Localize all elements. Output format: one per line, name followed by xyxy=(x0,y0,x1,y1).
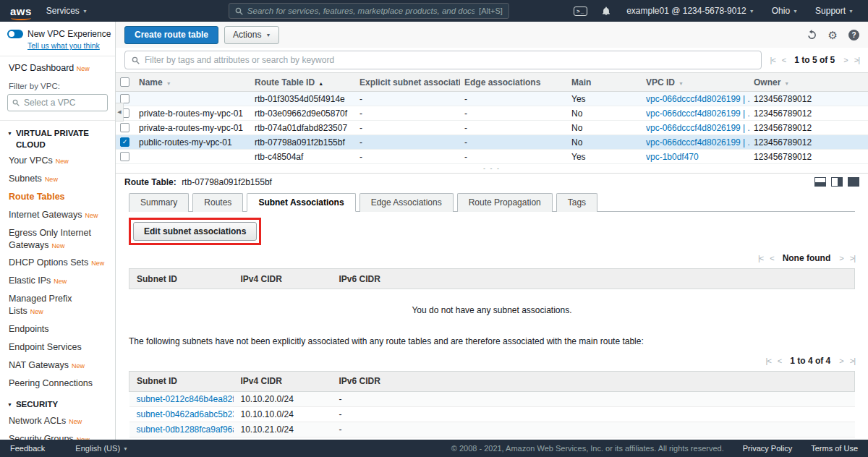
edit-subnet-associations-button[interactable]: Edit subnet associations xyxy=(133,222,257,241)
tab-subnet-associations[interactable]: Subnet Associations xyxy=(247,193,355,212)
split-bottom-pane-icon[interactable] xyxy=(814,177,826,187)
cell-main: Yes xyxy=(567,150,642,164)
filter-input[interactable] xyxy=(145,55,754,65)
language-menu[interactable]: English (US) ▼ xyxy=(75,444,128,453)
sidebar-item-dhcp-options-sets[interactable]: DHCP Options SetsNew xyxy=(0,254,115,272)
column-header-main[interactable]: Main xyxy=(567,73,642,92)
pagination-prev-icon[interactable]: < xyxy=(782,56,786,64)
table-header-row: Name▼Route Table ID▲Explicit subnet asso… xyxy=(116,73,868,92)
subnet-link[interactable]: subnet-0212c846b4ea82f... xyxy=(137,394,234,404)
subnet-row[interactable]: subnet-0212c846b4ea82f...10.10.20.0/24- xyxy=(129,391,855,406)
sidebar-item-peering-connections[interactable]: Peering Connections xyxy=(0,375,115,393)
vpc-link[interactable]: vpc-066dcccf4d8026199 | ... xyxy=(646,123,749,133)
pagination-prev-icon[interactable]: < xyxy=(770,254,773,262)
table-row[interactable]: ✓public-routes-my-vpc-01rtb-07798a091f2b… xyxy=(116,135,868,150)
region-menu[interactable]: Ohio ▼ xyxy=(765,6,805,16)
column-label: VPC ID xyxy=(646,77,675,87)
pagination-first-icon[interactable]: |< xyxy=(770,56,775,64)
annotation-highlight-box: Edit subnet associations xyxy=(129,218,261,245)
vpc-link[interactable]: vpc-066dcccf4d8026199 | ... xyxy=(646,94,749,104)
vpc-select[interactable]: Select a VPC xyxy=(7,94,108,111)
global-search[interactable]: Search for services, features, marketpla… xyxy=(229,3,509,19)
panel-splitter[interactable]: - - - xyxy=(116,164,868,173)
sidebar-item-internet-gateways[interactable]: Internet GatewaysNew xyxy=(0,206,115,224)
sidebar-item-subnets[interactable]: SubnetsNew xyxy=(0,170,115,188)
column-header-subnet-id[interactable]: Subnet ID xyxy=(129,269,234,289)
pagination-first-icon[interactable]: |< xyxy=(758,254,763,262)
tab-summary[interactable]: Summary xyxy=(129,193,189,212)
new-experience-toggle[interactable] xyxy=(7,30,23,38)
sidebar-item-endpoint-services[interactable]: Endpoint Services xyxy=(0,338,115,356)
subnet-row[interactable]: subnet-0b462ad6abc5b23...10.10.10.0/24- xyxy=(129,406,855,422)
column-header-ipv4-cidr[interactable]: IPv4 CIDR xyxy=(234,269,332,289)
aws-logo[interactable]: aws xyxy=(10,6,32,17)
vpc-link[interactable]: vpc-1b0df470 xyxy=(646,152,699,162)
pagination-first-icon[interactable]: |< xyxy=(766,356,771,365)
pagination-prev-icon[interactable]: < xyxy=(778,356,781,365)
pagination-last-icon[interactable]: >| xyxy=(850,356,855,365)
tab-edge-associations[interactable]: Edge Associations xyxy=(359,193,454,212)
column-header-explicit-subnet-association[interactable]: Explicit subnet association xyxy=(355,73,460,92)
row-checkbox[interactable] xyxy=(120,152,129,161)
sidebar-item-egress-only-internet-gateways[interactable]: Egress Only Internet GatewaysNew xyxy=(0,224,115,255)
notifications-bell-icon[interactable] xyxy=(596,7,616,16)
pagination-next-icon[interactable]: > xyxy=(839,356,843,365)
feedback-button[interactable]: Feedback xyxy=(10,444,45,453)
column-header-owner[interactable]: Owner▼ xyxy=(749,73,868,92)
subnet-link[interactable]: subnet-0b462ad6abc5b23... xyxy=(137,409,234,419)
split-right-pane-icon[interactable] xyxy=(831,177,843,187)
row-checkbox[interactable]: ✓ xyxy=(120,137,129,147)
sidebar-item-network-acls[interactable]: Network ACLsNew xyxy=(0,412,115,430)
support-menu[interactable]: Support ▼ xyxy=(808,6,861,16)
feedback-link[interactable]: Tell us what you think xyxy=(27,41,108,50)
sidebar-section-security[interactable]: ▼SECURITY xyxy=(0,392,115,412)
cloudshell-icon[interactable]: >_ xyxy=(568,7,593,16)
column-header-ipv6-cidr[interactable]: IPv6 CIDR xyxy=(332,371,855,391)
pagination-last-icon[interactable]: >| xyxy=(850,254,855,262)
vpc-link[interactable]: vpc-066dcccf4d8026199 | ... xyxy=(646,137,749,148)
column-header-route-table-id[interactable]: Route Table ID▲ xyxy=(250,73,355,92)
gear-icon[interactable]: ⚙ xyxy=(828,30,838,40)
table-row[interactable]: rtb-c48504af--Yesvpc-1b0df47012345678901… xyxy=(116,150,868,164)
sidebar-item-route-tables[interactable]: Route Tables xyxy=(0,188,115,206)
sidebar-item-vpc-dashboard[interactable]: VPC Dashboard New xyxy=(0,56,115,76)
sidebar-item-your-vpcs[interactable]: Your VPCsNew xyxy=(0,152,115,170)
tab-routes[interactable]: Routes xyxy=(192,193,243,212)
pagination-last-icon[interactable]: >| xyxy=(854,56,859,64)
terms-of-use-link[interactable]: Terms of Use xyxy=(811,444,858,453)
create-route-table-button[interactable]: Create route table xyxy=(124,26,218,44)
sidebar-item-endpoints[interactable]: Endpoints xyxy=(0,320,115,338)
privacy-policy-link[interactable]: Privacy Policy xyxy=(743,444,792,453)
vpc-link[interactable]: vpc-066dcccf4d8026199 | ... xyxy=(646,108,749,119)
column-header-ipv6-cidr[interactable]: IPv6 CIDR xyxy=(332,269,855,289)
sidebar-section-virtual-private-cloud[interactable]: ▼VIRTUAL PRIVATE CLOUD xyxy=(0,121,115,152)
detail-title-label: Route Table: xyxy=(124,177,176,187)
column-header-subnet-id[interactable]: Subnet ID xyxy=(129,371,234,391)
subnet-link[interactable]: subnet-0db1288fca9af96a... xyxy=(137,424,234,435)
sidebar-item-nat-gateways[interactable]: NAT GatewaysNew xyxy=(0,356,115,375)
services-menu[interactable]: Services ▼ xyxy=(39,6,95,16)
tab-tags[interactable]: Tags xyxy=(556,193,597,212)
table-row[interactable]: private-a-routes-my-vpc-01rtb-074a01dfab… xyxy=(116,121,868,135)
row-checkbox[interactable] xyxy=(120,123,129,132)
pagination-next-icon[interactable]: > xyxy=(843,56,847,64)
sidebar-item-managed-prefix-lists[interactable]: Managed Prefix ListsNew xyxy=(0,290,115,320)
table-row[interactable]: private-b-routes-my-vpc-01rtb-03e09662d9… xyxy=(116,106,868,121)
select-all-checkbox[interactable] xyxy=(120,77,129,87)
column-header-vpc-id[interactable]: VPC ID▼ xyxy=(642,73,749,92)
column-header-name[interactable]: Name▼ xyxy=(135,73,250,92)
account-menu[interactable]: example01 @ 1234-5678-9012 ▼ xyxy=(619,6,762,16)
subnet-row[interactable]: subnet-0db1288fca9af96a...10.10.21.0/24- xyxy=(129,422,855,437)
table-row[interactable]: rtb-01f30354d05f4914e--Yesvpc-066dcccf4d… xyxy=(116,92,868,106)
full-pane-icon[interactable] xyxy=(848,177,859,187)
column-header-edge-associations[interactable]: Edge associations xyxy=(460,73,567,92)
sidebar-collapse-handle[interactable]: ◀ xyxy=(116,103,124,121)
tab-route-propagation[interactable]: Route Propagation xyxy=(457,193,553,212)
refresh-icon[interactable] xyxy=(807,30,817,40)
sidebar-item-elastic-ips[interactable]: Elastic IPsNew xyxy=(0,272,115,290)
column-header-ipv4-cidr[interactable]: IPv4 CIDR xyxy=(234,371,332,391)
help-icon[interactable]: ? xyxy=(848,30,859,40)
sidebar-item-security-groups[interactable]: Security GroupsNew xyxy=(0,430,115,440)
actions-dropdown-button[interactable]: Actions ▼ xyxy=(224,26,279,44)
pagination-next-icon[interactable]: > xyxy=(839,254,843,262)
